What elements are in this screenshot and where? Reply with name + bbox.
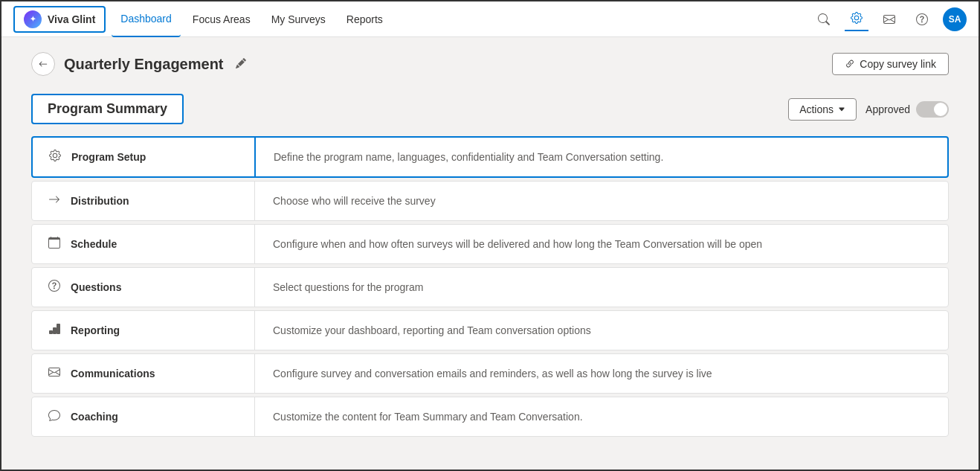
- menu-item-left-distribution: Distribution: [32, 182, 255, 220]
- approved-toggle[interactable]: [916, 101, 949, 118]
- menu-item-program-setup[interactable]: Program Setup Define the program name, l…: [31, 136, 949, 178]
- menu-item-left-schedule: Schedule: [32, 225, 255, 263]
- brand-logo-icon: ✦: [24, 10, 42, 28]
- reporting-icon: [47, 323, 62, 338]
- menu-item-desc-distribution: Choose who will receive the survey: [255, 183, 948, 219]
- questions-icon: [47, 280, 62, 295]
- nav-item-dashboard[interactable]: Dashboard: [112, 1, 181, 37]
- search-button[interactable]: [812, 7, 836, 31]
- menu-list: Program Setup Define the program name, l…: [31, 136, 949, 437]
- edit-title-button[interactable]: [233, 55, 249, 74]
- page-header-left: Quarterly Engagement: [31, 52, 249, 76]
- section-title: Program Summary: [48, 101, 167, 117]
- nav-item-my-surveys[interactable]: My Surveys: [262, 1, 335, 37]
- menu-item-left-coaching: Coaching: [32, 397, 255, 436]
- menu-item-label-reporting: Reporting: [71, 324, 120, 336]
- coaching-icon: [47, 409, 62, 424]
- approved-label: Approved: [865, 103, 910, 115]
- communications-icon: [47, 366, 62, 381]
- nav-item-reports[interactable]: Reports: [338, 1, 392, 37]
- menu-item-left-reporting: Reporting: [32, 311, 255, 350]
- menu-item-communications[interactable]: Communications Configure survey and conv…: [31, 353, 949, 394]
- copy-survey-link-label: Copy survey link: [860, 58, 936, 70]
- menu-item-label-questions: Questions: [71, 281, 121, 293]
- menu-item-desc-schedule: Configure when and how often surveys wil…: [255, 226, 948, 262]
- menu-item-left-program-setup: Program Setup: [33, 138, 256, 176]
- nav-item-focus-areas[interactable]: Focus Areas: [184, 1, 259, 37]
- settings-button[interactable]: [845, 7, 868, 31]
- menu-item-label-program-setup: Program Setup: [71, 151, 146, 163]
- menu-item-desc-reporting: Customize your dashboard, reporting and …: [255, 313, 948, 348]
- section-controls: Actions Approved: [788, 98, 949, 121]
- section-title-box: Program Summary: [31, 94, 184, 124]
- top-navigation: ✦ Viva Glint Dashboard Focus Areas My Su…: [1, 1, 979, 37]
- menu-item-left-questions: Questions: [32, 268, 255, 307]
- menu-item-label-distribution: Distribution: [71, 195, 129, 207]
- notifications-button[interactable]: [877, 7, 901, 31]
- menu-item-distribution[interactable]: Distribution Choose who will receive the…: [31, 181, 949, 221]
- menu-item-label-schedule: Schedule: [71, 238, 117, 250]
- distribution-icon: [47, 193, 62, 208]
- menu-item-desc-coaching: Customize the content for Team Summary a…: [255, 399, 948, 435]
- schedule-icon: [47, 237, 62, 251]
- menu-item-desc-questions: Select questions for the program: [255, 269, 948, 305]
- copy-survey-link-button[interactable]: Copy survey link: [832, 53, 949, 75]
- program-setup-icon: [48, 150, 62, 164]
- nav-right-icons: SA: [812, 7, 967, 31]
- content-area: Quarterly Engagement Copy survey link Pr…: [1, 37, 979, 471]
- approved-toggle-container: Approved: [865, 101, 949, 118]
- nav-items: Dashboard Focus Areas My Surveys Reports: [112, 1, 391, 37]
- page-header: Quarterly Engagement Copy survey link: [31, 52, 949, 76]
- program-summary-header: Program Summary Actions Approved: [31, 94, 949, 124]
- menu-item-label-coaching: Coaching: [71, 411, 118, 423]
- actions-button[interactable]: Actions: [788, 98, 857, 121]
- page-title: Quarterly Engagement: [64, 56, 224, 73]
- brand-logo-area[interactable]: ✦ Viva Glint: [13, 6, 106, 33]
- user-avatar[interactable]: SA: [943, 7, 967, 31]
- menu-item-desc-communications: Configure survey and conversation emails…: [255, 356, 948, 391]
- actions-label: Actions: [799, 103, 834, 115]
- menu-item-desc-program-setup: Define the program name, languages, conf…: [256, 139, 947, 175]
- menu-item-coaching[interactable]: Coaching Customize the content for Team …: [31, 397, 949, 437]
- help-button[interactable]: [910, 7, 934, 31]
- menu-item-schedule[interactable]: Schedule Configure when and how often su…: [31, 224, 949, 264]
- menu-item-reporting[interactable]: Reporting Customize your dashboard, repo…: [31, 310, 949, 350]
- menu-item-label-communications: Communications: [71, 368, 155, 379]
- menu-item-left-communications: Communications: [32, 354, 255, 393]
- menu-item-questions[interactable]: Questions Select questions for the progr…: [31, 267, 949, 307]
- back-button[interactable]: [31, 52, 55, 76]
- brand-name: Viva Glint: [48, 13, 95, 25]
